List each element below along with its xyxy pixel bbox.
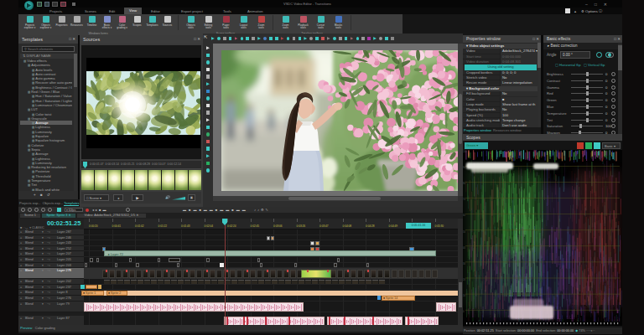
svg-text:100: 100 [463,150,467,153]
